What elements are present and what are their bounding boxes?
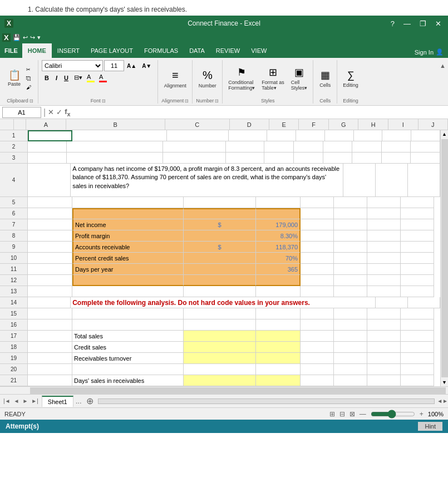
format-as-table-button[interactable]: ⊞ Format asTable▾ [259,65,287,92]
cell-D13[interactable] [256,286,301,297]
cell-A7[interactable] [28,219,72,230]
help-btn[interactable]: ? [388,19,397,28]
cell-A17[interactable] [28,331,72,342]
cell-H15[interactable] [401,308,434,319]
cell-D9[interactable]: 118,370 [256,242,301,253]
horizontal-scroll-thumb[interactable] [30,387,446,394]
cell-G6[interactable] [367,208,401,219]
cell-C1[interactable] [167,130,229,141]
cell-E15[interactable] [301,308,334,319]
tab-formulas[interactable]: FORMULAS [139,43,184,58]
cell-D16[interactable] [256,319,301,331]
bold-button[interactable]: B [42,73,52,82]
cell-B5[interactable] [72,197,184,208]
cell-C13[interactable] [184,286,256,297]
col-header-E[interactable]: E [269,119,299,130]
col-header-J[interactable]: J [419,119,449,130]
cell-C2[interactable] [163,141,226,152]
cell-E6[interactable] [301,208,334,219]
hint-button[interactable]: Hint [418,422,442,431]
font-color-btn[interactable]: A [97,72,109,83]
alignment-expand-icon[interactable]: ⊡ [185,99,189,104]
decrease-font-btn[interactable]: A▼ [139,62,154,70]
cell-F6[interactable] [334,208,367,219]
h-scrollbar[interactable] [98,398,435,404]
cell-H6[interactable] [401,208,434,219]
tab-home[interactable]: HOME [22,43,52,58]
cell-C5[interactable] [184,197,256,208]
cell-F8[interactable] [334,230,367,242]
cell-H19[interactable] [401,353,434,364]
tab-data[interactable]: DATA [184,43,210,58]
fill-color-btn[interactable]: A [85,72,96,83]
cell-C18-yellow[interactable] [184,342,256,353]
increase-font-btn[interactable]: A▲ [124,62,139,70]
cell-A11[interactable] [28,264,72,275]
cell-B6-orange-tl[interactable] [72,208,184,219]
cell-E9[interactable] [301,242,334,253]
clipboard-expand-icon[interactable]: ⊡ [29,99,33,104]
cell-F5[interactable] [334,197,367,208]
cell-G9[interactable] [367,242,401,253]
cell-B19[interactable]: Receivables turnover [72,353,184,364]
cell-B2[interactable] [67,141,163,152]
cell-D3[interactable] [226,152,265,164]
cell-E20[interactable] [301,364,334,375]
cell-F16[interactable] [334,319,367,331]
cell-F4[interactable] [343,164,376,197]
cell-E8[interactable] [301,230,334,242]
cell-B14-instruction[interactable]: Complete the following analysis. Do not … [71,297,376,308]
cell-A3[interactable] [28,152,67,164]
format-painter-button[interactable]: 🖌 [24,83,35,91]
cell-B8[interactable]: Profit margin [72,230,184,242]
cell-C6-orange-t[interactable] [184,208,256,219]
alignment-button[interactable]: ≡ Alignment [162,68,189,90]
cell-G4[interactable] [376,164,408,197]
cell-A18[interactable] [28,342,72,353]
cell-G19[interactable] [367,353,401,364]
cell-B13[interactable] [72,286,184,297]
tab-view[interactable]: VIEW [245,43,272,58]
cancel-formula-icon[interactable]: ✕ [48,108,54,116]
sheet-nav-next[interactable]: ► [21,397,29,405]
cell-F3[interactable] [294,152,323,164]
editing-button[interactable]: ∑ Editing [341,68,361,89]
cell-A10[interactable] [28,253,72,264]
cell-H13[interactable] [401,286,434,297]
col-header-G[interactable]: G [329,119,359,130]
cell-C19-yellow[interactable] [184,353,256,364]
cell-D5[interactable] [256,197,301,208]
cell-G8[interactable] [367,230,401,242]
col-header-H[interactable]: H [358,119,388,130]
cell-E11[interactable] [301,264,334,275]
cell-E19[interactable] [301,353,334,364]
cell-A2[interactable] [28,141,67,152]
cell-G21[interactable] [367,375,401,386]
cell-D10[interactable]: 70% [256,253,301,264]
cell-E1[interactable] [267,130,296,141]
cell-F9[interactable] [334,242,367,253]
cell-H18[interactable] [401,342,434,353]
cell-H1[interactable] [354,130,383,141]
page-layout-icon[interactable]: ⊟ [339,410,345,418]
cell-F7[interactable] [334,219,367,230]
cell-H21[interactable] [401,375,434,386]
page-break-icon[interactable]: ⊠ [349,410,355,418]
cell-D1[interactable] [229,130,267,141]
cell-G17[interactable] [367,331,401,342]
cell-A20[interactable] [28,364,72,375]
cell-F1[interactable] [296,130,325,141]
cell-B9[interactable]: Accounts receivable [72,242,184,253]
cell-F10[interactable] [334,253,367,264]
cell-E16[interactable] [301,319,334,331]
cell-B7[interactable]: Net income [72,219,184,230]
cell-D12-orange-br[interactable] [256,275,301,286]
number-button[interactable]: % Number [196,68,219,90]
cell-B20[interactable] [72,364,184,375]
cell-G1[interactable] [325,130,354,141]
cell-A16[interactable] [28,319,72,331]
tab-file[interactable]: FILE [0,43,22,58]
cell-E17[interactable] [301,331,334,342]
cell-A21[interactable] [28,375,72,386]
cell-B12-orange-bl[interactable] [72,275,184,286]
